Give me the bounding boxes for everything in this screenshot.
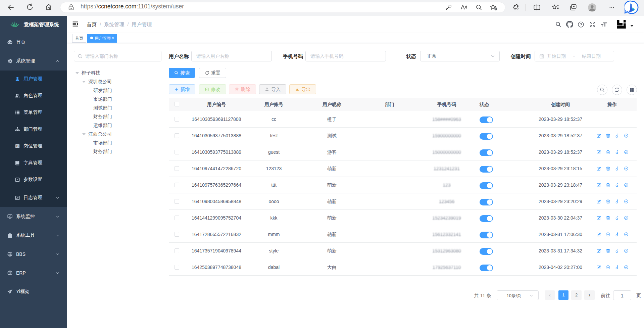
svg-text:B: B [16, 144, 18, 148]
